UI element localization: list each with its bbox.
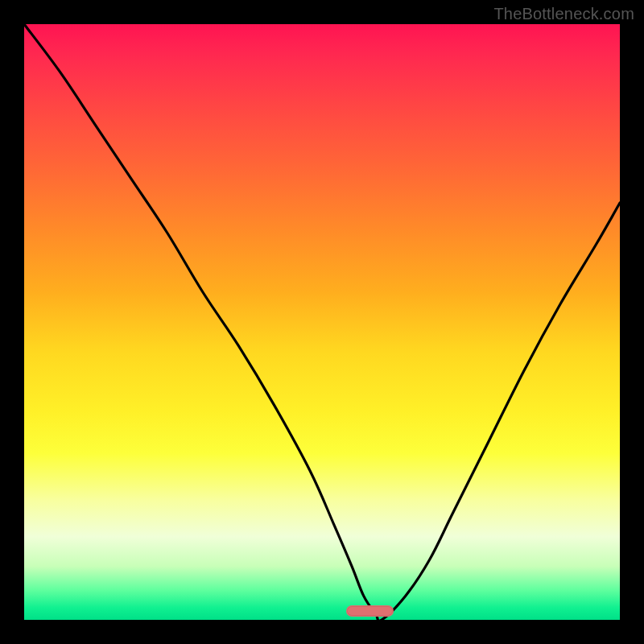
chart-frame: TheBottleneck.com	[0, 0, 644, 644]
optimal-marker	[346, 605, 394, 617]
bottleneck-curve	[24, 24, 620, 620]
bottleneck-curve-svg	[24, 24, 620, 620]
watermark-text: TheBottleneck.com	[493, 5, 634, 23]
plot-area	[24, 24, 620, 620]
